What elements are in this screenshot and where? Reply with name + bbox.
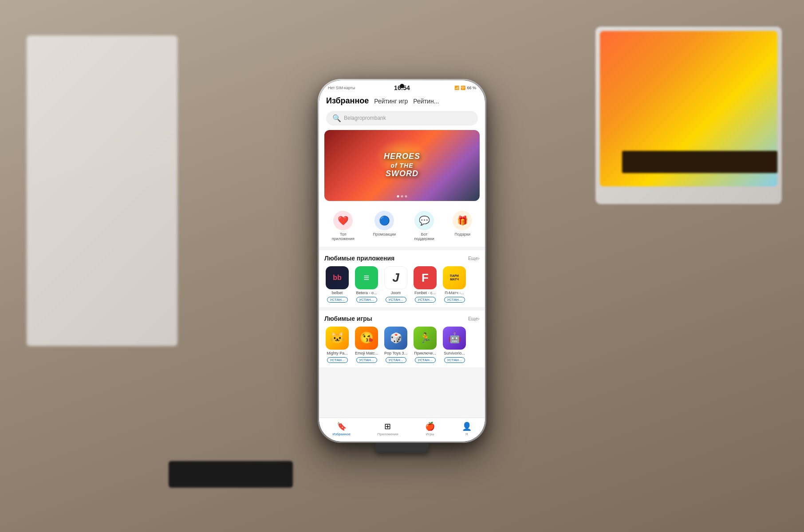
battery-level: 66 % — [467, 86, 476, 90]
bot-icon: 💬 — [414, 211, 434, 230]
parimatch-name: П-Матч -... — [445, 291, 464, 296]
phone-inner: Нет SIM-карты 16:54 📶 🛜 66 % Избранное Р… — [319, 80, 485, 441]
status-icons: 📶 🛜 66 % — [454, 86, 476, 90]
game-prikl[interactable]: 🏃 Приключе... УСТАН... — [412, 327, 438, 363]
tab-rating2[interactable]: Рейтин... — [413, 98, 439, 105]
app-parimatch[interactable]: ПАРИМАТЧ П-Матч -... УСТАН... — [441, 266, 467, 303]
survivor-name: Survivorio... — [444, 351, 465, 356]
action-promos[interactable]: 🔵 Промоакции — [373, 211, 396, 242]
wifi-icon: 🛜 — [461, 86, 465, 90]
banner-section: HEROESof THESWORD — [319, 130, 485, 205]
search-input-wrapper[interactable]: 🔍 Belagroprombank — [326, 111, 478, 126]
tab-favorites[interactable]: Избранное — [326, 96, 369, 106]
dot-3 — [405, 195, 407, 197]
desk-monitor — [595, 27, 782, 204]
poptoys-icon: 🎲 — [384, 327, 407, 350]
survivor-install[interactable]: УСТАН... — [444, 357, 465, 363]
fav-apps-header: Любимые приложения Еще › — [324, 255, 480, 262]
mighty-install[interactable]: УСТАН... — [327, 357, 348, 363]
me-nav-icon: 👤 — [462, 422, 472, 431]
me-nav-label: Я — [465, 432, 468, 436]
parimatch-install[interactable]: УСТАН... — [444, 297, 465, 303]
search-placeholder: Belagroprombank — [344, 115, 386, 121]
game-poptoys[interactable]: 🎲 Pop Toys 3... УСТАН... — [383, 327, 409, 363]
action-bot[interactable]: 💬 Ботподдержки — [414, 211, 434, 242]
top-navigation: Избранное Рейтинг игр Рейтин... — [319, 93, 485, 108]
main-scroll-area[interactable]: HEROESof THESWORD ❤️ — [319, 130, 485, 418]
belbet-install[interactable]: УСТАН... — [327, 297, 348, 303]
action-top-apps[interactable]: ❤️ Топприложения — [332, 211, 355, 242]
prikl-install[interactable]: УСТАН... — [415, 357, 436, 363]
signal-icon: 📶 — [454, 86, 459, 90]
prikl-name: Приключе... — [414, 351, 436, 356]
poptoys-install[interactable]: УСТАН... — [386, 357, 406, 363]
fav-apps-section: Любимые приложения Еще › bb — [319, 250, 485, 307]
phone-screen: Нет SIM-карты 16:54 📶 🛜 66 % Избранное Р… — [319, 80, 485, 441]
search-section: 🔍 Belagroprombank — [319, 108, 485, 130]
promos-icon: 🔵 — [374, 211, 394, 230]
app-betera[interactable]: ≡ Betera - о... УСТАН... — [354, 266, 379, 303]
game-mighty[interactable]: 🐱 Mighty Pa... УСТАН... — [324, 327, 350, 363]
bottom-nav-me[interactable]: 👤 Я — [462, 422, 472, 436]
quick-actions-row: ❤️ Топприложения 🔵 Промоакции 💬 Ботподде… — [319, 205, 485, 247]
banner-title: HEROESof THESWORD — [384, 152, 420, 178]
emoji-install[interactable]: УСТАН... — [356, 357, 377, 363]
tab-games-rating[interactable]: Рейтинг игр — [374, 98, 408, 105]
betera-name: Betera - о... — [356, 291, 377, 296]
fav-games-header: Любимые игры Еще › — [324, 315, 480, 322]
phone-device: Нет SIM-карты 16:54 📶 🛜 66 % Избранное Р… — [318, 79, 486, 453]
games-nav-label: Игры — [426, 432, 434, 436]
fonbet-install[interactable]: УСТАН... — [415, 297, 436, 303]
clock: 16:54 — [394, 84, 410, 91]
top-apps-icon: ❤️ — [333, 211, 353, 230]
chevron-right-icon: › — [478, 256, 480, 261]
gifts-label: Подарки — [454, 232, 470, 237]
game-survivor[interactable]: 🤖 Survivorio... УСТАН... — [441, 327, 467, 363]
phone-stand — [375, 443, 429, 453]
fonbet-icon: F — [414, 266, 437, 289]
banner-dots — [397, 195, 407, 197]
top-apps-label: Топприложения — [332, 232, 355, 242]
joom-icon: J — [384, 266, 407, 289]
desk-stand — [169, 461, 293, 488]
chevron-right-games-icon: › — [478, 316, 480, 321]
emoji-icon: 😘 — [355, 327, 378, 350]
desk-paper-item — [27, 35, 177, 346]
bot-label: Ботподдержки — [414, 232, 434, 242]
heroes-sword-banner[interactable]: HEROESof THESWORD — [324, 130, 480, 201]
phone-outer-shell: Нет SIM-карты 16:54 📶 🛜 66 % Избранное Р… — [318, 79, 486, 443]
app-joom[interactable]: J Joom УСТАН... — [383, 266, 409, 303]
fonbet-name: Fonbet - с... — [414, 291, 436, 296]
bottom-nav-favorites[interactable]: 🔖 Избранное — [332, 422, 351, 436]
fav-games-section: Любимые игры Еще › 🐱 Mighty — [319, 311, 485, 367]
poptoys-name: Pop Toys 3... — [384, 351, 407, 356]
status-bar: Нет SIM-карты 16:54 📶 🛜 66 % — [319, 80, 485, 93]
mighty-icon: 🐱 — [326, 327, 349, 350]
promos-label: Промоакции — [373, 232, 396, 237]
bottom-nav-games[interactable]: 🍎 Игры — [425, 422, 435, 436]
dot-2 — [401, 195, 403, 197]
favorites-nav-icon: 🔖 — [337, 422, 347, 431]
fav-games-row: 🐱 Mighty Pa... УСТАН... 😘 Emoji Matc... — [324, 327, 480, 363]
betera-install[interactable]: УСТАН... — [356, 297, 377, 303]
dot-1 — [397, 195, 399, 197]
search-icon: 🔍 — [332, 114, 341, 122]
games-nav-icon: 🍎 — [425, 422, 435, 431]
fav-games-more[interactable]: Еще › — [468, 316, 480, 321]
fav-apps-title: Любимые приложения — [324, 255, 394, 262]
apps-nav-icon: ⊞ — [384, 422, 391, 431]
belbet-icon: bb — [326, 266, 349, 289]
game-emoji[interactable]: 😘 Emoji Matc... УСТАН... — [354, 327, 379, 363]
betera-icon: ≡ — [355, 266, 378, 289]
favorites-nav-label: Избранное — [332, 432, 351, 436]
app-fonbet[interactable]: F Fonbet - с... УСТАН... — [412, 266, 438, 303]
fav-apps-more[interactable]: Еще › — [468, 256, 480, 261]
bottom-nav-apps[interactable]: ⊞ Приложения — [378, 422, 398, 436]
action-gifts[interactable]: 🎁 Подарки — [453, 211, 472, 242]
emoji-name: Emoji Matc... — [355, 351, 378, 356]
joom-install[interactable]: УСТАН... — [386, 297, 406, 303]
apps-nav-label: Приложения — [378, 432, 398, 436]
fav-apps-row: bb belbet УСТАН... ≡ Betera - о... УС — [324, 266, 480, 303]
bottom-navigation: 🔖 Избранное ⊞ Приложения 🍎 Игры 👤 Я — [319, 418, 485, 441]
app-belbet[interactable]: bb belbet УСТАН... — [324, 266, 350, 303]
